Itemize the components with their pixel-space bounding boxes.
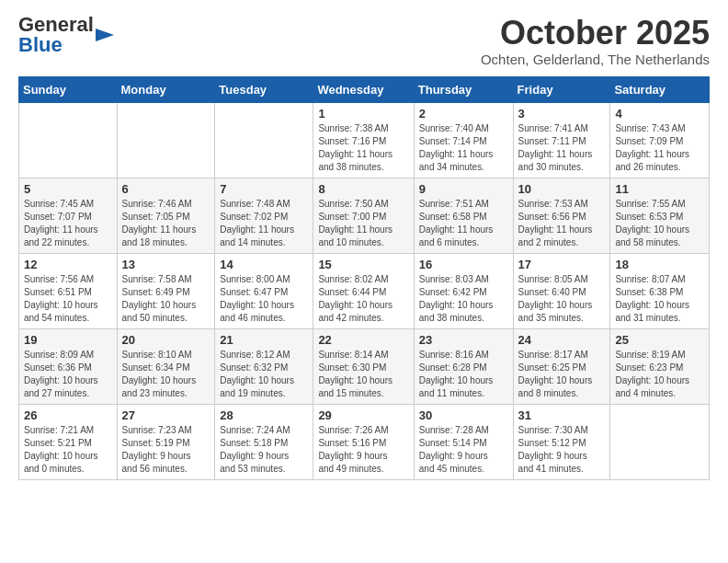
calendar-cell: 24Sunrise: 8:17 AM Sunset: 6:25 PM Dayli… (513, 328, 610, 404)
day-info: Sunrise: 8:03 AM Sunset: 6:42 PM Dayligh… (419, 273, 508, 325)
day-number: 10 (518, 182, 606, 196)
day-info: Sunrise: 7:50 AM Sunset: 7:00 PM Dayligh… (318, 198, 408, 249)
day-info: Sunrise: 7:55 AM Sunset: 6:53 PM Dayligh… (615, 198, 704, 249)
day-number: 4 (615, 107, 704, 121)
calendar-cell: 20Sunrise: 8:10 AM Sunset: 6:34 PM Dayli… (117, 328, 215, 404)
calendar-cell: 25Sunrise: 8:19 AM Sunset: 6:23 PM Dayli… (610, 328, 710, 404)
calendar-cell: 31Sunrise: 7:30 AM Sunset: 5:12 PM Dayli… (513, 404, 610, 479)
calendar-cell: 7Sunrise: 7:48 AM Sunset: 7:02 PM Daylig… (215, 178, 313, 253)
weekday-thursday: Thursday (414, 76, 513, 102)
day-number: 24 (518, 333, 606, 347)
day-number: 23 (419, 333, 508, 347)
day-info: Sunrise: 8:07 AM Sunset: 6:38 PM Dayligh… (615, 273, 704, 325)
day-number: 7 (220, 182, 308, 196)
day-number: 17 (518, 258, 606, 271)
day-info: Sunrise: 8:17 AM Sunset: 6:25 PM Dayligh… (518, 349, 606, 400)
calendar-cell: 11Sunrise: 7:55 AM Sunset: 6:53 PM Dayli… (610, 178, 710, 253)
calendar-cell: 27Sunrise: 7:23 AM Sunset: 5:19 PM Dayli… (117, 404, 215, 479)
calendar-cell: 8Sunrise: 7:50 AM Sunset: 7:00 PM Daylig… (313, 178, 414, 253)
day-number: 12 (24, 258, 112, 271)
logo-arrow-icon (96, 29, 114, 41)
day-info: Sunrise: 7:46 AM Sunset: 7:05 PM Dayligh… (122, 198, 210, 249)
calendar-page: General Blue October 2025 Ochten, Gelder… (0, 0, 728, 495)
day-info: Sunrise: 8:12 AM Sunset: 6:32 PM Dayligh… (220, 349, 308, 400)
calendar-cell (19, 102, 118, 178)
day-info: Sunrise: 7:24 AM Sunset: 5:18 PM Dayligh… (220, 424, 308, 476)
week-row-5: 26Sunrise: 7:21 AM Sunset: 5:21 PM Dayli… (19, 404, 710, 479)
day-number: 2 (419, 107, 508, 121)
day-number: 15 (318, 258, 408, 271)
day-info: Sunrise: 8:14 AM Sunset: 6:30 PM Dayligh… (318, 349, 408, 400)
day-info: Sunrise: 8:00 AM Sunset: 6:47 PM Dayligh… (220, 273, 308, 325)
day-info: Sunrise: 8:16 AM Sunset: 6:28 PM Dayligh… (419, 349, 508, 400)
calendar-cell: 1Sunrise: 7:38 AM Sunset: 7:16 PM Daylig… (313, 102, 414, 178)
day-number: 28 (220, 408, 308, 422)
location: Ochten, Gelderland, The Netherlands (481, 52, 710, 67)
day-number: 21 (220, 333, 308, 347)
weekday-friday: Friday (513, 76, 610, 102)
calendar-cell: 29Sunrise: 7:26 AM Sunset: 5:16 PM Dayli… (313, 404, 414, 479)
calendar-cell: 14Sunrise: 8:00 AM Sunset: 6:47 PM Dayli… (215, 253, 313, 328)
day-number: 9 (419, 182, 508, 196)
calendar-table: SundayMondayTuesdayWednesdayThursdayFrid… (18, 76, 710, 480)
day-number: 1 (318, 107, 408, 121)
calendar-cell (117, 102, 215, 178)
day-number: 27 (122, 408, 210, 422)
calendar-cell: 23Sunrise: 8:16 AM Sunset: 6:28 PM Dayli… (414, 328, 513, 404)
header: General Blue October 2025 Ochten, Gelder… (18, 15, 710, 67)
day-info: Sunrise: 7:53 AM Sunset: 6:56 PM Dayligh… (518, 198, 606, 249)
weekday-header-row: SundayMondayTuesdayWednesdayThursdayFrid… (19, 76, 710, 102)
calendar-cell: 28Sunrise: 7:24 AM Sunset: 5:18 PM Dayli… (215, 404, 313, 479)
day-info: Sunrise: 8:19 AM Sunset: 6:23 PM Dayligh… (615, 349, 704, 400)
calendar-cell (215, 102, 313, 178)
day-number: 20 (122, 333, 210, 347)
week-row-3: 12Sunrise: 7:56 AM Sunset: 6:51 PM Dayli… (19, 253, 710, 328)
day-number: 19 (24, 333, 112, 347)
weekday-wednesday: Wednesday (313, 76, 414, 102)
day-info: Sunrise: 7:56 AM Sunset: 6:51 PM Dayligh… (24, 273, 112, 325)
calendar-cell: 15Sunrise: 8:02 AM Sunset: 6:44 PM Dayli… (313, 253, 414, 328)
day-info: Sunrise: 7:58 AM Sunset: 6:49 PM Dayligh… (122, 273, 210, 325)
day-info: Sunrise: 8:05 AM Sunset: 6:40 PM Dayligh… (518, 273, 606, 325)
day-number: 6 (122, 182, 210, 196)
day-info: Sunrise: 7:21 AM Sunset: 5:21 PM Dayligh… (24, 424, 112, 476)
logo-blue: Blue (18, 33, 63, 56)
day-info: Sunrise: 7:28 AM Sunset: 5:14 PM Dayligh… (419, 424, 508, 476)
day-number: 22 (318, 333, 408, 347)
day-info: Sunrise: 7:26 AM Sunset: 5:16 PM Dayligh… (318, 424, 408, 476)
calendar-cell: 22Sunrise: 8:14 AM Sunset: 6:30 PM Dayli… (313, 328, 414, 404)
calendar-cell: 21Sunrise: 8:12 AM Sunset: 6:32 PM Dayli… (215, 328, 313, 404)
calendar-cell: 18Sunrise: 8:07 AM Sunset: 6:38 PM Dayli… (610, 253, 710, 328)
day-number: 8 (318, 182, 408, 196)
day-info: Sunrise: 7:40 AM Sunset: 7:14 PM Dayligh… (419, 122, 508, 174)
calendar-cell: 12Sunrise: 7:56 AM Sunset: 6:51 PM Dayli… (19, 253, 118, 328)
weekday-saturday: Saturday (610, 76, 710, 102)
day-info: Sunrise: 7:45 AM Sunset: 7:07 PM Dayligh… (24, 198, 112, 249)
day-info: Sunrise: 7:48 AM Sunset: 7:02 PM Dayligh… (220, 198, 308, 249)
day-info: Sunrise: 8:10 AM Sunset: 6:34 PM Dayligh… (122, 349, 210, 400)
day-number: 13 (122, 258, 210, 271)
calendar-cell: 17Sunrise: 8:05 AM Sunset: 6:40 PM Dayli… (513, 253, 610, 328)
day-number: 3 (518, 107, 606, 121)
weekday-sunday: Sunday (19, 76, 118, 102)
week-row-4: 19Sunrise: 8:09 AM Sunset: 6:36 PM Dayli… (19, 328, 710, 404)
weekday-monday: Monday (117, 76, 215, 102)
calendar-cell: 3Sunrise: 7:41 AM Sunset: 7:11 PM Daylig… (513, 102, 610, 178)
logo-text: General Blue (18, 15, 94, 55)
calendar-cell: 10Sunrise: 7:53 AM Sunset: 6:56 PM Dayli… (513, 178, 610, 253)
month-year: October 2025 (481, 15, 710, 52)
calendar-cell: 2Sunrise: 7:40 AM Sunset: 7:14 PM Daylig… (414, 102, 513, 178)
calendar-cell: 30Sunrise: 7:28 AM Sunset: 5:14 PM Dayli… (414, 404, 513, 479)
day-number: 31 (518, 408, 606, 422)
weekday-tuesday: Tuesday (215, 76, 313, 102)
calendar-cell: 19Sunrise: 8:09 AM Sunset: 6:36 PM Dayli… (19, 328, 118, 404)
day-number: 26 (24, 408, 112, 422)
calendar-cell: 13Sunrise: 7:58 AM Sunset: 6:49 PM Dayli… (117, 253, 215, 328)
title-block: October 2025 Ochten, Gelderland, The Net… (481, 15, 710, 67)
calendar-cell: 16Sunrise: 8:03 AM Sunset: 6:42 PM Dayli… (414, 253, 513, 328)
day-number: 29 (318, 408, 408, 422)
calendar-cell (610, 404, 710, 479)
day-info: Sunrise: 7:43 AM Sunset: 7:09 PM Dayligh… (615, 122, 704, 174)
day-info: Sunrise: 8:09 AM Sunset: 6:36 PM Dayligh… (24, 349, 112, 400)
logo: General Blue (18, 15, 114, 55)
